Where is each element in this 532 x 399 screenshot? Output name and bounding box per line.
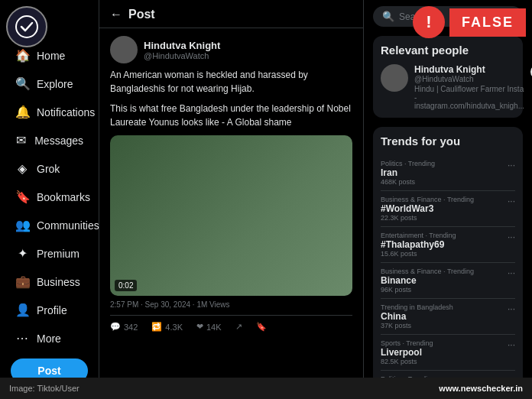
tweet-text-1: An American woman is heckled and harasse… (110, 68, 352, 96)
tweet-author-avatar (110, 36, 138, 63)
trend-item-china[interactable]: ··· Trending in Bangladesh China 37K pos… (381, 299, 515, 335)
trend-category: Business & Finance · Trending (381, 196, 515, 203)
bookmarks-icon: 🔖 (15, 190, 29, 204)
sidebar-item-label: Explore (37, 78, 73, 90)
retweet-count: 4.3K (165, 323, 183, 332)
sidebar-item-business[interactable]: 💼 Business (5, 268, 94, 295)
comment-count: 342 (124, 323, 138, 332)
grok-icon: ◈ (15, 161, 29, 176)
sidebar-item-grok[interactable]: ◈ Grok (5, 155, 94, 182)
back-button[interactable]: ← (110, 8, 122, 21)
like-action[interactable]: ❤ 14K (196, 322, 222, 332)
tweet-author-handle: @HindutvaWatch (144, 51, 220, 60)
home-icon: 🏠 (15, 48, 29, 63)
trend-category: Politics · Trending (381, 160, 515, 167)
bookmark-icon: 🔖 (256, 322, 267, 332)
sidebar-item-label: Business (37, 276, 80, 288)
trend-more-icon[interactable]: ··· (508, 303, 515, 314)
trend-item-israel[interactable]: ··· Politics · Trending Israel 1.6M post… (381, 371, 515, 378)
center-content: ← Post Hindutva Knight @HindutvaWatch An… (99, 0, 364, 378)
trend-name: China (381, 311, 515, 322)
retweet-action[interactable]: 🔁 4.3K (151, 322, 183, 332)
trend-name: #Thalapathy69 (381, 239, 515, 250)
sidebar: 𝕏 🏠 Home 🔍 Explore 🔔 Notifications ✉ Mes… (0, 0, 99, 378)
notifications-icon: 🔔 (15, 105, 29, 119)
trend-more-icon[interactable]: ··· (508, 268, 515, 278)
trend-count: 22.3K posts (381, 214, 515, 222)
trend-item-binance[interactable]: ··· Business & Finance · Trending Binanc… (381, 263, 515, 299)
trend-name: Binance (381, 275, 515, 286)
trend-category: Entertainment · Trending (381, 232, 515, 239)
search-icon: 🔍 (382, 11, 394, 22)
relevant-people-section: Relevant people Hindutva Knight @Hindutv… (373, 36, 523, 118)
trend-more-icon[interactable]: ··· (508, 196, 515, 206)
tweet-author-name: Hindutva Knight (144, 40, 220, 51)
trend-name: #WorldWar3 (381, 203, 515, 214)
svg-point-0 (16, 16, 37, 37)
tweet-media[interactable]: 0:02 (110, 135, 352, 296)
sidebar-item-label: Grok (37, 163, 60, 175)
sidebar-item-label: Notifications (37, 106, 95, 118)
more-icon: ⋯ (15, 331, 29, 345)
watermark-logo (6, 6, 47, 47)
trends-section: Trends for you ··· Politics · Trending I… (373, 127, 523, 378)
trend-name: Iran (381, 167, 515, 178)
trend-count: 96K posts (381, 286, 515, 294)
sidebar-item-more[interactable]: ⋯ More (5, 325, 94, 352)
sidebar-item-notifications[interactable]: 🔔 Notifications (5, 99, 94, 125)
trend-item-worldwar3[interactable]: ··· Business & Finance · Trending #World… (381, 191, 515, 227)
person-info: Hindutva Knight @HindutvaWatch Hindu | C… (414, 64, 524, 110)
sidebar-item-communities[interactable]: 👥 Communities (5, 212, 94, 238)
post-title: Post (128, 8, 155, 21)
explore-icon: 🔍 (15, 76, 29, 91)
comment-action[interactable]: 💬 342 (110, 322, 138, 332)
premium-icon: ✦ (15, 246, 29, 261)
video-timer: 0:02 (115, 280, 137, 291)
trend-more-icon[interactable]: ··· (508, 339, 515, 350)
trend-category: Trending in Bangladesh (381, 303, 515, 311)
trend-item-iran[interactable]: ··· Politics · Trending Iran 468K posts (381, 155, 515, 191)
person-handle: @HindutvaWatch (414, 75, 524, 83)
sidebar-item-label: Premium (37, 248, 79, 260)
trend-count: 82.5K posts (381, 358, 515, 365)
sidebar-item-label: Communities (37, 219, 99, 232)
comment-icon: 💬 (110, 322, 121, 332)
like-icon: ❤ (196, 322, 203, 332)
bottom-bar-left: Image: Tiktok/User (9, 384, 79, 393)
trend-more-icon[interactable]: ··· (508, 232, 515, 242)
communities-icon: 👥 (15, 218, 29, 232)
messages-icon: ✉ (15, 133, 27, 148)
sidebar-item-profile[interactable]: 👤 Profile (5, 297, 94, 323)
trend-count: 37K posts (381, 322, 515, 329)
trend-item-thalapathy[interactable]: ··· Entertainment · Trending #Thalapathy… (381, 227, 515, 263)
bottom-bar-right: www.newschecker.in (439, 384, 523, 393)
exclamation-icon: ! (413, 6, 445, 38)
trend-count: 468K posts (381, 178, 515, 186)
profile-icon: 👤 (15, 303, 29, 317)
trend-name: Liverpool (381, 347, 515, 358)
trend-category: Sports · Trending (381, 339, 515, 347)
right-sidebar: 🔍 Search Relevant people Hindutva Knight… (364, 0, 532, 378)
tweet-meta: 2:57 PM · Sep 30, 2024 · 1M Views (110, 300, 352, 309)
sidebar-item-label: Profile (37, 304, 67, 316)
sidebar-item-premium[interactable]: ✦ Premium (5, 240, 94, 267)
like-count: 14K (206, 323, 222, 332)
sidebar-item-bookmarks[interactable]: 🔖 Bookmarks (5, 183, 94, 210)
relevant-person: Hindutva Knight @HindutvaWatch Hindu | C… (381, 64, 515, 110)
person-avatar (381, 64, 408, 92)
person-bio: Hindu | Cauliflower Farmer Insta - insta… (414, 85, 524, 110)
share-action[interactable]: ↗ (235, 322, 242, 332)
sidebar-item-explore[interactable]: 🔍 Explore (5, 70, 94, 97)
person-name: Hindutva Knight (414, 64, 524, 75)
trend-item-liverpool[interactable]: ··· Sports · Trending Liverpool 82.5K po… (381, 335, 515, 371)
sidebar-item-label: More (37, 332, 61, 345)
sidebar-item-messages[interactable]: ✉ Messages (5, 127, 94, 154)
bookmark-action[interactable]: 🔖 (256, 322, 267, 332)
trend-more-icon[interactable]: ··· (508, 160, 515, 170)
business-icon: 💼 (15, 274, 29, 289)
tweet-author-info: Hindutva Knight @HindutvaWatch (144, 40, 220, 60)
trend-category: Business & Finance · Trending (381, 268, 515, 275)
trend-count: 15.6K posts (381, 250, 515, 258)
main-layout: 𝕏 🏠 Home 🔍 Explore 🔔 Notifications ✉ Mes… (0, 0, 532, 378)
tweet-actions: 💬 342 🔁 4.3K ❤ 14K ↗ 🔖 (110, 315, 352, 338)
